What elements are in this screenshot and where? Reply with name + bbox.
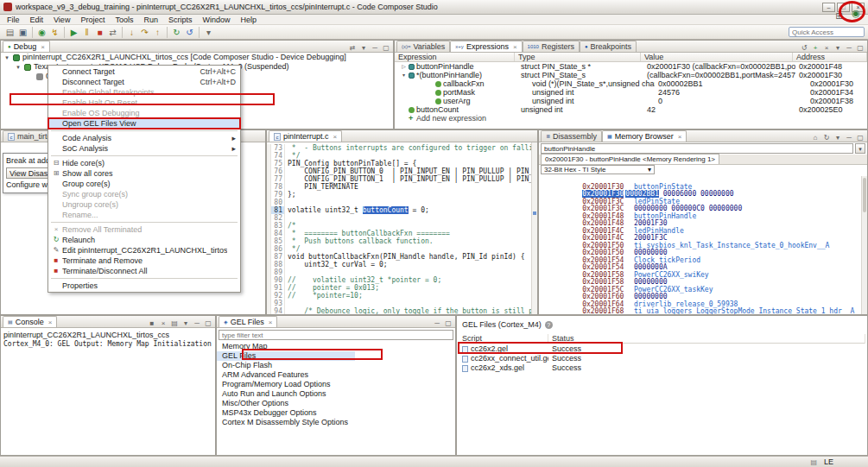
code-line[interactable]: 76 CONFIG_PIN_BUTTON_0 | PIN_INPUT_EN | … [267, 167, 531, 175]
close-icon[interactable]: × [513, 43, 517, 51]
portMask[interactable]: portMask unsigned int 24576 0x20001F34 [395, 88, 867, 97]
buttonCount[interactable]: buttonCount unsigned int 42 0x200025E0 [395, 105, 867, 114]
gel-tree-item[interactable]: GEL Files [217, 351, 355, 361]
line-number[interactable]: 86 [271, 245, 285, 253]
line-number[interactable]: 91 [271, 284, 285, 292]
debug-perspective-icon[interactable]: ◉ [849, 7, 863, 20]
tree-twisty-icon[interactable]: ▷ [401, 62, 407, 71]
gel-tree-item[interactable]: On-Chip Flash [217, 361, 455, 370]
tab-variables[interactable]: (x)= Variables [396, 41, 450, 52]
suspend-icon[interactable]: ‖ [80, 26, 93, 38]
line-number[interactable]: 83 [271, 222, 285, 230]
context-menu-item[interactable]: Disconnect Target Ctrl+Alt+D [48, 77, 240, 87]
menu-item[interactable]: Scripts [163, 16, 198, 24]
gel-script-row[interactable]: cc26xx_connect_util.gel Success [459, 354, 865, 363]
memory-dump[interactable]: 0x20001F30 buttonPinState 0x20001F300000… [541, 176, 860, 314]
code-line[interactable]: 74 */ [267, 152, 531, 160]
console-output[interactable]: pinInterrupt_CC26X2R1_LAUNCHXL_tirtos_cc… [1, 328, 215, 455]
context-menu-item[interactable]: ■ Terminate/Disconnect All [48, 266, 240, 276]
callbackFxn[interactable]: callbackFxn void (*)(PIN_State_s*,unsign… [395, 79, 867, 88]
code-line[interactable]: 91 // pointer = 0x013; [267, 284, 531, 292]
maximize-view-icon[interactable]: ▢ [856, 44, 865, 52]
line-number[interactable]: 92 [271, 292, 285, 300]
menu-item[interactable]: Project [75, 16, 110, 24]
tab-breakpoints[interactable]: ● Breakpoints [580, 41, 637, 52]
menu-item[interactable]: Run [138, 16, 163, 24]
memory-line[interactable]: 0x20001F30 buttonPinState [541, 176, 860, 184]
minimize-view-icon[interactable]: ─ [193, 319, 201, 327]
maximize-view-icon[interactable]: ▢ [382, 44, 390, 52]
line-number[interactable]: 85 [271, 237, 285, 245]
line-number[interactable]: 73 [271, 144, 285, 152]
code-line[interactable]: 86 */ [267, 245, 531, 253]
refresh-icon[interactable]: ↺ [183, 26, 196, 38]
context-menu-item[interactable]: ✎ Edit pinInterrupt_CC26X2R1_LAUNCHXL_ti… [48, 245, 240, 256]
line-number[interactable]: 80 [271, 199, 285, 206]
clear-console-icon[interactable]: ▤ [170, 319, 179, 327]
restart-icon[interactable]: ↻ [170, 26, 183, 38]
context-menu-item[interactable]: Group core(s) [48, 179, 240, 189]
context-menu-item[interactable]: ⊞ Show all cores [48, 168, 240, 179]
view-menu-icon[interactable]: ▾ [359, 44, 368, 52]
toolbar-separator[interactable] [167, 27, 168, 38]
toolbar-separator[interactable] [199, 27, 200, 38]
column-status[interactable]: Status [548, 334, 865, 344]
menu-item[interactable]: Window [197, 16, 235, 24]
line-number[interactable]: 94 [271, 307, 285, 314]
tree-twisty-icon[interactable]: ▾ [3, 53, 10, 62]
line-number[interactable]: 81 [271, 206, 285, 214]
tab-console[interactable]: ▤ Console × [3, 316, 57, 327]
debug-tree-node[interactable]: ▾ pinInterrupt_CC26X2R1_LAUNCHXL_tirtos_… [1, 53, 393, 62]
column-address[interactable]: Address [793, 53, 867, 61]
tab-gel-files[interactable]: ◈ GEL Files × [219, 316, 277, 327]
line-number[interactable]: 84 [271, 230, 285, 237]
step-into-icon[interactable]: ↓ [125, 26, 138, 38]
close-icon[interactable]: × [48, 319, 53, 326]
quick-access-input[interactable] [789, 27, 865, 37]
gel-tree-item[interactable]: ARM Advanced Features [217, 370, 455, 380]
maximize-view-icon[interactable]: ▢ [444, 319, 453, 327]
help-icon[interactable]: ? [545, 321, 553, 329]
menu-item[interactable]: Help [235, 16, 262, 24]
menu-item[interactable]: Edit [25, 16, 49, 24]
line-number[interactable]: 79 [271, 191, 285, 199]
close-icon[interactable]: × [41, 43, 45, 51]
code-line[interactable]: 88 uint32_t curVal = 0; [267, 261, 531, 268]
refresh-icon[interactable]: ↻ [822, 134, 831, 142]
tab-debug[interactable]: ● Debug × [3, 41, 50, 52]
code-area[interactable]: 73 * - Buttons interrupts are configured… [267, 142, 531, 314]
code-line[interactable]: 83 /* [267, 222, 531, 230]
code-line[interactable]: 89 [267, 268, 531, 276]
tree-twisty-icon[interactable]: ▾ [401, 71, 407, 79]
context-menu-item[interactable]: Rename... [48, 210, 240, 220]
gel-tree-item[interactable]: Auto Run and Launch Options [217, 389, 455, 399]
tab-expressions[interactable]: x+y Expressions × [450, 41, 522, 52]
userArg[interactable]: userArg unsigned int 0 0x20001F38 [395, 97, 867, 105]
add-expression-icon[interactable]: + [811, 44, 820, 52]
context-menu-item[interactable]: ⊟ Hide core(s) [48, 158, 240, 168]
line-number[interactable]: 88 [271, 261, 285, 268]
code-line[interactable]: 75 PIN_Config buttonPinTable[] = { [267, 160, 531, 167]
step-return-icon[interactable]: ↑ [151, 26, 164, 38]
context-menu-item[interactable]: Connect Target Ctrl+Alt+C [48, 66, 240, 77]
memory-rendering-tab[interactable]: 0x20001F30 - buttonPinHandle <Memory Ren… [541, 154, 719, 164]
column-value[interactable]: Value [641, 53, 793, 61]
menu-item[interactable]: View [48, 16, 75, 24]
context-menu-item[interactable]: Sync group core(s) [48, 189, 240, 199]
tree-twisty-icon[interactable]: ▾ [15, 62, 22, 72]
gel-script-row[interactable]: cc26x2_xds.gel Success [459, 363, 865, 373]
connect-icon[interactable]: ⇄ [106, 26, 119, 38]
context-menu-item[interactable] [48, 220, 240, 224]
tab-memory-browser[interactable]: ▦ Memory Browser × [602, 130, 687, 142]
minimize-view-icon[interactable]: ─ [433, 319, 441, 327]
close-icon[interactable]: × [269, 319, 273, 326]
line-number[interactable]: 93 [271, 300, 285, 307]
Add new expression[interactable]: Add new expression [395, 114, 867, 123]
memory-address-input[interactable] [541, 143, 853, 154]
code-line[interactable]: 84 * ======== buttonCallbackFxn ======== [267, 230, 531, 237]
home-icon[interactable]: ⌂ [811, 134, 820, 142]
gel-tree-item[interactable]: Memory Map [217, 342, 455, 351]
resume-icon[interactable]: ▶ [67, 26, 80, 38]
context-menu-item[interactable] [48, 276, 240, 281]
connect-target-icon[interactable]: ⇄ [348, 44, 357, 52]
